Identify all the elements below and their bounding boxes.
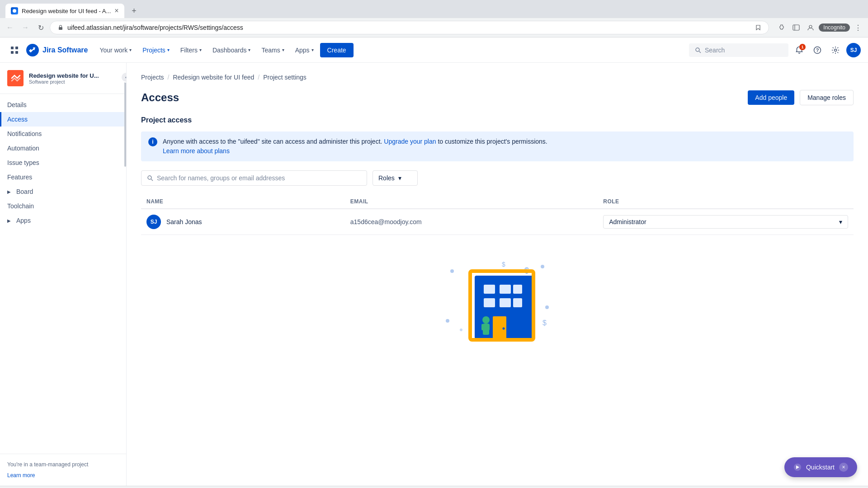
svg-point-4 [809,25,812,28]
sidebar-item-features[interactable]: Features [0,170,126,184]
chevron-right-icon: ▶ [7,218,11,223]
top-nav: Jira Software Your work ▾ Projects ▾ Fil… [0,38,868,63]
new-tab-button[interactable]: + [128,5,141,17]
nav-item-projects[interactable]: Projects ▾ [138,41,174,59]
menu-button[interactable]: ⋮ [852,21,864,34]
extensions-button[interactable] [775,21,788,34]
jira-logo[interactable]: Jira Software [26,44,88,56]
user-account-button[interactable] [804,21,817,34]
breadcrumb-project-name[interactable]: Redesign website for UI feed [173,74,254,81]
sidebar-item-board[interactable]: ▶ Board [0,184,126,199]
upgrade-plan-link[interactable]: Upgrade your plan [384,138,436,145]
bookmark-icon[interactable] [755,24,761,31]
breadcrumb-projects[interactable]: Projects [141,74,164,81]
illustration: $ $ $ [434,253,561,343]
svg-point-36 [482,316,490,324]
lock-icon [57,24,64,31]
chevron-down-icon: ▾ [129,47,132,52]
reload-button[interactable]: ↻ [34,21,47,34]
svg-text:$: $ [502,261,505,268]
sidebar-collapse-button[interactable]: ‹ [121,72,127,83]
tab-close-button[interactable]: × [114,7,118,14]
address-bar[interactable]: uifeed.atlassian.net/jira/software/proje… [50,21,769,34]
project-name: Redesign website for U... [29,72,119,79]
sidebar-header: Redesign website for U... Software proje… [0,63,126,94]
nav-item-teams[interactable]: Teams ▾ [257,41,288,59]
svg-point-21 [460,328,462,331]
forward-button[interactable]: → [19,21,32,34]
role-select[interactable]: Administrator ▾ [603,215,848,229]
sidebar-item-automation[interactable]: Automation [0,141,126,155]
learn-more-plans-link[interactable]: Learn more about plans [163,147,230,155]
svg-point-15 [148,176,151,179]
add-people-button[interactable]: Add people [748,90,794,105]
quickstart-close-button[interactable]: × [839,463,848,472]
page-title: Access [141,91,179,104]
sidebar-nav: Details Access Notifications Automation … [0,94,126,454]
sidebar-item-issue-types[interactable]: Issue types [0,155,126,170]
back-button[interactable]: ← [4,21,16,34]
sidebar-item-details[interactable]: Details [0,98,126,112]
svg-point-13 [835,49,837,51]
col-header-name: Name [141,195,345,209]
sidebar-item-notifications[interactable]: Notifications [0,127,126,141]
app-container: Jira Software Your work ▾ Projects ▾ Fil… [0,38,868,486]
svg-rect-32 [500,298,511,307]
browser-chrome: Redesign website for UI feed - A... × + … [0,0,868,38]
col-header-role: Role [598,195,854,209]
nav-item-yourwork[interactable]: Your work ▾ [95,41,136,59]
search-bar[interactable]: Search [689,43,788,57]
search-text: Search [705,47,725,54]
chevron-down-icon: ▾ [839,218,842,225]
browser-tab[interactable]: Redesign website for UI feed - A... × [5,4,124,18]
sidebar-button[interactable] [790,21,802,34]
browser-controls: ← → ↻ uifeed.atlassian.net/jira/software… [0,18,868,37]
manage-roles-button[interactable]: Manage roles [800,90,854,105]
quickstart-button[interactable]: Quickstart × [784,457,857,477]
sidebar-item-toolchain[interactable]: Toolchain [0,199,126,213]
person-email-cell: a15d6cea@moodjoy.com [345,209,598,235]
nav-logo-area: Jira Software [7,43,88,57]
chevron-down-icon: ▾ [248,47,250,52]
quickstart-icon [793,463,802,471]
sidebar-footer: You're in a team-managed project Learn m… [0,454,126,486]
sidebar-footer-text: You're in a team-managed project [7,461,119,468]
sidebar-scrollbar[interactable] [124,63,126,486]
header-actions: Add people Manage roles [748,90,854,105]
search-icon-sm [147,175,153,181]
svg-text:$: $ [542,319,547,327]
nav-item-apps[interactable]: Apps ▾ [291,41,318,59]
info-text: Anyone with access to the "uifeed" site … [163,137,547,156]
svg-point-0 [13,9,16,13]
settings-button[interactable] [828,43,843,57]
svg-point-20 [446,319,449,323]
sidebar-item-access[interactable]: Access [0,112,126,127]
breadcrumb-current: Project settings [263,74,307,81]
svg-rect-28 [484,285,495,294]
roles-dropdown[interactable]: Roles ▾ [373,170,418,186]
person-role-cell: Administrator ▾ [598,209,854,235]
app-switcher-button[interactable] [7,43,22,57]
svg-rect-5 [11,47,14,49]
browser-titlebar: Redesign website for UI feed - A... × + [0,0,868,18]
svg-rect-7 [11,51,14,54]
nav-right: Search 1 ? SJ [689,43,861,57]
person-name: Sarah Jonas [166,218,202,225]
notifications-button[interactable]: 1 [792,43,807,57]
user-avatar[interactable]: SJ [846,43,861,57]
person-cell: SJ Sarah Jonas [146,215,340,229]
chevron-down-icon: ▾ [398,174,401,182]
create-button[interactable]: Create [320,43,354,57]
main-content: Projects / Redesign website for UI feed … [127,63,868,486]
roles-label: Roles [378,174,395,182]
learn-more-link[interactable]: Learn more [7,472,35,479]
sidebar-item-apps[interactable]: ▶ Apps [0,213,126,228]
people-search-input[interactable] [157,174,361,182]
help-button[interactable]: ? [810,43,825,57]
tab-title: Redesign website for UI feed - A... [22,8,111,14]
people-search-field[interactable] [141,170,367,186]
nav-item-filters[interactable]: Filters ▾ [176,41,206,59]
svg-point-35 [503,328,505,330]
chevron-down-icon: ▾ [199,47,202,52]
nav-item-dashboards[interactable]: Dashboards ▾ [208,41,255,59]
